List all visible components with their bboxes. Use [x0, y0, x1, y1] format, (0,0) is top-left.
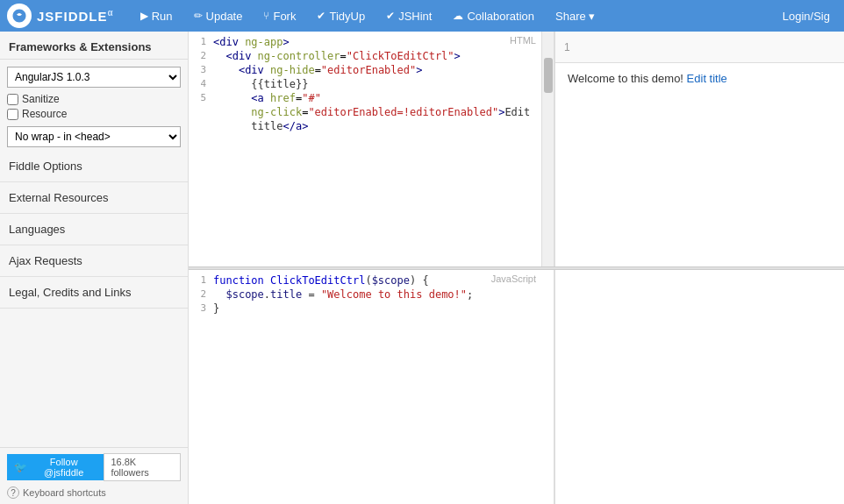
run-button[interactable]: ▶ Run: [132, 6, 182, 26]
run-icon: ▶: [140, 10, 148, 22]
js-line-2: 2 $scope.title = "Welcome to this demo!"…: [189, 287, 554, 302]
tidyup-button[interactable]: ✔ TidyUp: [308, 6, 374, 26]
html-line-5-cont: ng-click="editorEnabled=!editorEnabled">…: [189, 105, 541, 119]
html-scrollbar[interactable]: [541, 32, 554, 266]
run-label: Run: [152, 10, 173, 23]
cloud-icon: ☁: [453, 10, 463, 22]
external-resources-label: External Resources: [9, 191, 108, 204]
legal-credits-label: Legal, Credits and Links: [9, 286, 131, 299]
result-text: Welcome to this demo!: [568, 72, 687, 85]
sanitize-row: Sanitize: [7, 93, 181, 105]
ajax-requests-label: Ajax Requests: [9, 254, 82, 267]
js-line-3: 3 }: [189, 302, 554, 316]
share-button[interactable]: Share ▾: [547, 6, 604, 26]
sanitize-label: Sanitize: [22, 93, 60, 105]
question-icon: ?: [7, 486, 19, 499]
collaboration-button[interactable]: ☁ Collaboration: [444, 6, 543, 26]
pencil-icon: ✏: [194, 10, 203, 22]
navbar: JSFIDDLEα ▶ Run ✏ Update ⑂ Fork ✔ TidyUp…: [0, 0, 844, 32]
html-line-4: 4 {{title}}: [189, 77, 541, 91]
languages-label: Languages: [9, 223, 65, 236]
html-line-1: 1 <div ng-app>: [189, 35, 541, 49]
twitter-follow-button[interactable]: 🐦 Follow @jsfiddle: [7, 454, 104, 480]
resource-checkbox[interactable]: [7, 109, 18, 120]
frameworks-title: Frameworks & Extensions: [0, 32, 188, 60]
result-panel: 1 Welcome to this demo! Edit title: [554, 32, 844, 266]
twitter-follow-label: Follow @jsfiddle: [31, 457, 97, 478]
collaboration-label: Collaboration: [467, 10, 534, 23]
result-edit-link[interactable]: Edit title: [687, 72, 727, 85]
login-button[interactable]: Login/Sig: [776, 6, 837, 26]
html-line-3: 3 <div ng-hide="editorEnabled">: [189, 63, 541, 77]
wrap-select[interactable]: No wrap - in <head> No wrap - in <body> …: [7, 126, 181, 147]
main-layout: Frameworks & Extensions AngularJS 1.0.3 …: [0, 32, 844, 504]
fork-button[interactable]: ⑂ Fork: [254, 6, 304, 26]
sanitize-checkbox[interactable]: [7, 94, 18, 105]
jshint-button[interactable]: ✔ JSHint: [377, 6, 440, 26]
result-panel-bottom: [554, 270, 844, 505]
result-num: 1: [564, 41, 570, 53]
check-icon-jshint: ✔: [386, 10, 395, 22]
sidebar-item-languages[interactable]: Languages: [0, 214, 188, 245]
js-editors-row: JavaScript 1 function ClickToEditCtrl($s…: [189, 270, 844, 505]
framework-select[interactable]: AngularJS 1.0.3 jQuery React Vue.js: [7, 67, 181, 88]
logo: JSFIDDLEα: [7, 4, 114, 28]
logo-text: JSFIDDLEα: [37, 8, 114, 24]
html-line-5: 5 <a href="#": [189, 91, 541, 105]
share-label: Share ▾: [555, 10, 595, 23]
jshint-label: JSHint: [398, 10, 432, 23]
fiddle-options-label: Fiddle Options: [9, 160, 82, 173]
resource-row: Resource: [7, 108, 181, 120]
keyboard-shortcuts-label: Keyboard shortcuts: [23, 487, 106, 498]
html-code-area[interactable]: 1 <div ng-app> 2 <div ng-controller="Cli…: [189, 32, 554, 266]
editors-area: HTML 1 <div ng-app> 2 <div ng-controller…: [189, 32, 844, 504]
resource-label: Resource: [22, 108, 67, 120]
sidebar-footer: 🐦 Follow @jsfiddle 16.8K followers ? Key…: [0, 447, 188, 504]
scrollbar-thumb: [544, 58, 553, 93]
sidebar: Frameworks & Extensions AngularJS 1.0.3 …: [0, 32, 189, 504]
js-line-1: 1 function ClickToEditCtrl($scope) {: [189, 273, 554, 287]
frameworks-section: AngularJS 1.0.3 jQuery React Vue.js Sani…: [0, 60, 188, 151]
js-code-area[interactable]: 1 function ClickToEditCtrl($scope) { 2 $…: [189, 270, 554, 505]
logo-icon: [7, 4, 32, 28]
update-label: Update: [206, 10, 243, 23]
twitter-bird-icon: 🐦: [14, 461, 27, 473]
sidebar-item-fiddle-options[interactable]: Fiddle Options: [0, 151, 188, 182]
html-editor: HTML 1 <div ng-app> 2 <div ng-controller…: [189, 32, 554, 266]
sidebar-item-legal-credits[interactable]: Legal, Credits and Links: [0, 277, 188, 309]
update-button[interactable]: ✏ Update: [185, 6, 252, 26]
keyboard-shortcuts-link[interactable]: ? Keyboard shortcuts: [7, 486, 181, 499]
fork-label: Fork: [273, 10, 296, 23]
result-content: Welcome to this demo! Edit title: [555, 63, 844, 266]
html-line-2: 2 <div ng-controller="ClickToEditCtrl">: [189, 49, 541, 63]
js-editor: JavaScript 1 function ClickToEditCtrl($s…: [189, 270, 554, 505]
result-header: 1: [555, 32, 844, 63]
check-icon-tidy: ✔: [317, 10, 325, 22]
fork-icon: ⑂: [263, 10, 269, 22]
twitter-section: 🐦 Follow @jsfiddle 16.8K followers: [7, 453, 181, 481]
editors-row: HTML 1 <div ng-app> 2 <div ng-controller…: [189, 32, 844, 266]
tidyup-label: TidyUp: [329, 10, 365, 23]
sidebar-item-external-resources[interactable]: External Resources: [0, 182, 188, 214]
sidebar-item-ajax-requests[interactable]: Ajax Requests: [0, 245, 188, 277]
html-line-5-cont2: title</a>: [189, 119, 541, 133]
twitter-count: 16.8K followers: [104, 453, 181, 481]
